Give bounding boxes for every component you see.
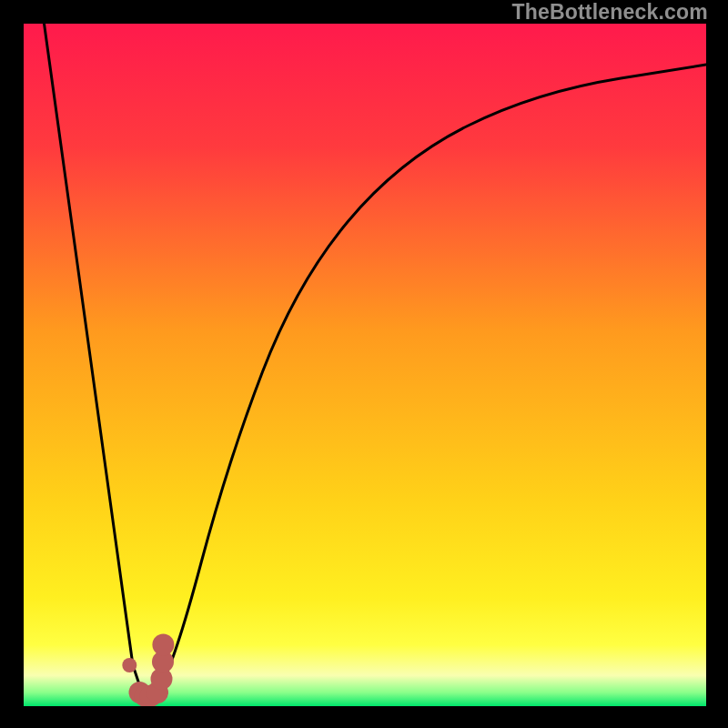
marker-point — [152, 634, 174, 656]
watermark-text: TheBottleneck.com — [511, 0, 708, 25]
marker-point — [122, 658, 136, 672]
chart-frame: TheBottleneck.com — [0, 0, 728, 728]
gradient-background — [24, 24, 706, 706]
plot-area — [24, 24, 706, 706]
chart-svg — [24, 24, 706, 706]
